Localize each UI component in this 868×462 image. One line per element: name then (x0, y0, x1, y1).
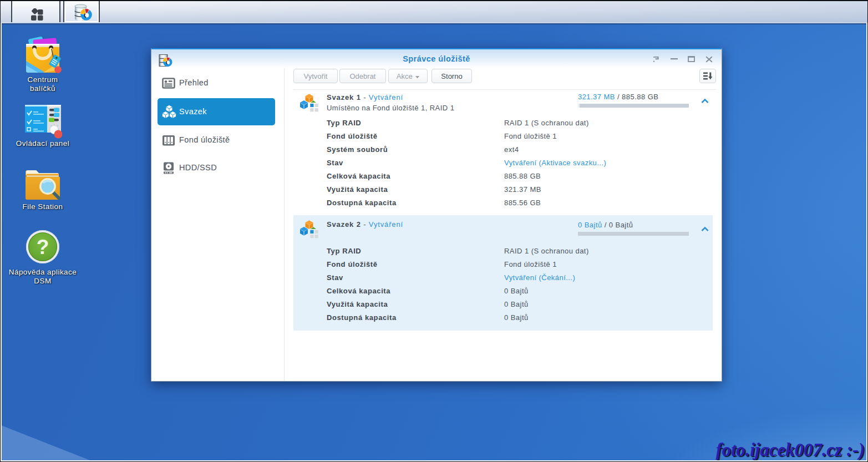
svg-text:?: ? (37, 236, 49, 258)
